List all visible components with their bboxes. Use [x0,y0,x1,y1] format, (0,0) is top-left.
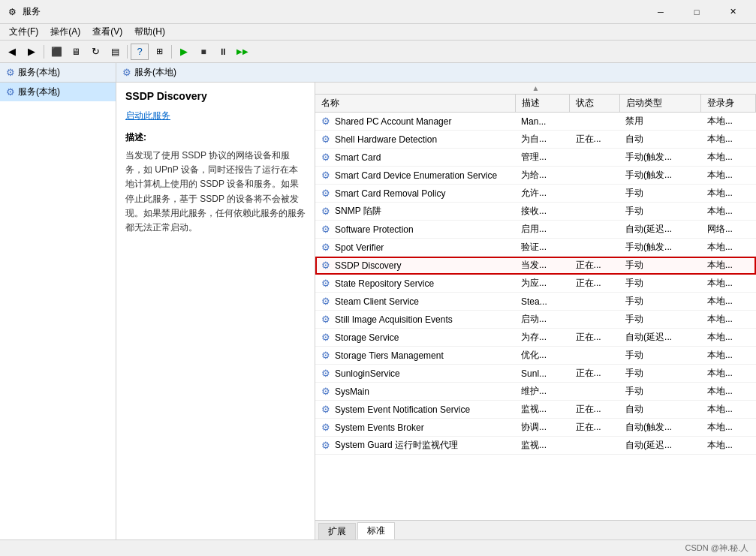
computer-button[interactable]: 🖥 [67,44,85,60]
table-row[interactable]: ⚙Shell Hardware Detection为自...正在...自动本地.… [315,131,756,149]
service-startup-cell: 手动 [619,311,701,329]
service-startup-cell: 手动 [619,185,701,203]
service-status-cell: 正在... [570,257,620,275]
service-logon-cell: 本地... [701,275,756,293]
sidebar-header-label: 服务(本地) [18,66,60,79]
service-gear-icon: ⚙ [321,224,332,235]
content-header-icon: ⚙ [122,67,131,78]
start-service-link[interactable]: 启动此服务 [125,110,306,122]
service-name-cell: ⚙Shared PC Account Manager [315,113,515,131]
table-header-row: 名称 描述 状态 启动类型 登录身 [315,95,756,113]
table-row[interactable]: ⚙System Event Notification Service监视...正… [315,401,756,419]
service-status-cell [570,311,620,329]
service-startup-cell: 手动 [619,293,701,311]
col-name[interactable]: 名称 [315,95,515,113]
table-row[interactable]: ⚙System Guard 运行时监视代理监视...自动(延迟...本地... [315,437,756,455]
table-row[interactable]: ⚙Software Protection启用...自动(延迟...网络... [315,221,756,239]
table-row[interactable]: ⚙SSDP Discovery当发...正在...手动本地... [315,257,756,275]
help-button[interactable]: ? [131,44,149,60]
table-row[interactable]: ⚙SunloginServiceSunl...正在...手动本地... [315,365,756,383]
service-name-cell: ⚙Storage Service [315,329,515,347]
service-startup-cell: 自动(触发... [619,419,701,437]
service-startup-cell: 手动 [619,257,701,275]
service-gear-icon: ⚙ [321,296,332,307]
service-gear-icon: ⚙ [321,134,332,145]
service-desc-cell: 接收... [515,203,570,221]
service-desc-cell: 维护... [515,383,570,401]
service-status-cell: 正在... [570,419,620,437]
forward-button[interactable]: ▶ [23,44,41,60]
menu-file[interactable]: 文件(F) [3,24,44,40]
service-logon-cell: 本地... [701,311,756,329]
stop-service-button[interactable]: ■ [194,44,212,60]
service-startup-cell: 手动(触发... [619,239,701,257]
service-desc-cell: 为给... [515,167,570,185]
tab-expand[interactable]: 扩展 [318,523,356,539]
service-startup-cell: 禁用 [619,113,701,131]
service-name-cell: ⚙System Guard 运行时监视代理 [315,437,515,455]
service-gear-icon: ⚙ [321,242,332,253]
table-row[interactable]: ⚙Spot Verifier验证...手动(触发...本地... [315,239,756,257]
service-logon-cell: 本地... [701,149,756,167]
service-status-cell [570,293,620,311]
service-startup-cell: 自动 [619,131,701,149]
table-row[interactable]: ⚙SNMP 陷阱接收...手动本地... [315,203,756,221]
service-name-cell: ⚙Smart Card [315,149,515,167]
table-row[interactable]: ⚙Smart Card管理...手动(触发...本地... [315,149,756,167]
overview-button[interactable]: ⬛ [47,44,65,60]
service-logon-cell: 本地... [701,113,756,131]
sidebar-item-local-services[interactable]: ⚙ 服务(本地) [0,83,116,101]
content-header: ⚙ 服务(本地) [116,63,756,83]
service-logon-cell: 本地... [701,203,756,221]
table-row[interactable]: ⚙System Events Broker协调...正在...自动(触发...本… [315,419,756,437]
menu-action[interactable]: 操作(A) [44,24,86,40]
table-row[interactable]: ⚙Still Image Acquisition Events启动...手动本地… [315,311,756,329]
col-status[interactable]: 状态 [570,95,620,113]
properties-button[interactable]: ⊞ [150,44,168,60]
service-logon-cell: 本地... [701,329,756,347]
service-status-cell [570,167,620,185]
scroll-up-arrow[interactable]: ▲ [315,83,756,95]
service-name-cell: ⚙Shell Hardware Detection [315,131,515,149]
table-row[interactable]: ⚙Shared PC Account ManagerMan...禁用本地... [315,113,756,131]
col-desc[interactable]: 描述 [515,95,570,113]
table-row[interactable]: ⚙Steam Client ServiceStea...手动本地... [315,293,756,311]
service-table[interactable]: 名称 描述 状态 启动类型 登录身 ⚙Shared PC Account Man… [315,95,756,520]
toolbar-separator-1 [44,45,44,59]
service-desc-cell: 启用... [515,221,570,239]
service-desc-cell: 监视... [515,401,570,419]
bottom-tabs: 扩展 标准 [315,520,756,539]
service-logon-cell: 本地... [701,347,756,365]
service-gear-icon: ⚙ [321,206,332,217]
status-text: CSDN @神.秘.人 [685,542,748,554]
service-logon-cell: 本地... [701,419,756,437]
resume-service-button[interactable]: ▶▶ [233,44,251,60]
table-row[interactable]: ⚙SysMain维护...手动本地... [315,383,756,401]
service-status-cell [570,383,620,401]
start-service-button[interactable]: ▶ [175,44,193,60]
split-pane: SSDP Discovery 启动此服务 描述: 当发现了使用 SSDP 协议的… [116,83,756,539]
back-button[interactable]: ◀ [3,44,21,60]
service-gear-icon: ⚙ [321,278,332,289]
minimize-button[interactable]: ─ [643,0,678,24]
maximize-button[interactable]: □ [679,0,714,24]
service-logon-cell: 本地... [701,401,756,419]
sidebar-item-gear-icon: ⚙ [6,86,15,98]
service-gear-icon: ⚙ [321,188,332,199]
menu-view[interactable]: 查看(V) [86,24,128,40]
menu-help[interactable]: 帮助(H) [128,24,171,40]
table-row[interactable]: ⚙Storage Tiers Management优化...手动本地... [315,347,756,365]
export-button[interactable]: ▤ [106,44,124,60]
service-startup-cell: 自动 [619,401,701,419]
table-row[interactable]: ⚙State Repository Service为应...正在...手动本地.… [315,275,756,293]
table-row[interactable]: ⚙Storage Service为存...正在...自动(延迟...本地... [315,329,756,347]
col-startup[interactable]: 启动类型 [619,95,701,113]
close-button[interactable]: ✕ [715,0,750,24]
table-row[interactable]: ⚙Smart Card Device Enumeration Service为给… [315,167,756,185]
tab-standard[interactable]: 标准 [357,522,395,539]
desc-label: 描述: [125,131,306,144]
pause-service-button[interactable]: ⏸ [214,44,232,60]
col-logon[interactable]: 登录身 [701,95,756,113]
table-row[interactable]: ⚙Smart Card Removal Policy允许...手动本地... [315,185,756,203]
refresh-button[interactable]: ↻ [86,44,104,60]
